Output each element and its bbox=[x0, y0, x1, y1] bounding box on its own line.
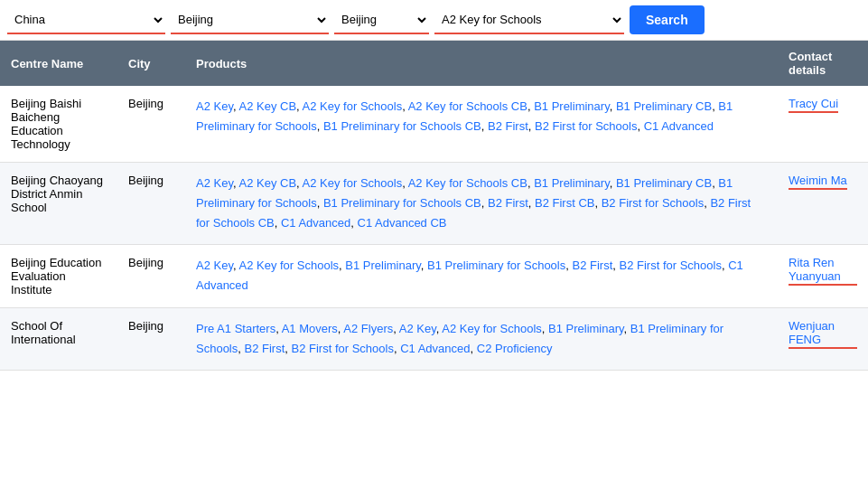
region-select[interactable]: Beijing bbox=[171, 6, 329, 34]
table-row: Beijing Baishi Baicheng Education Techno… bbox=[0, 86, 868, 163]
product-link[interactable]: A2 Key bbox=[196, 176, 233, 190]
table-row: School Of InternationalBeijingPre A1 Sta… bbox=[0, 308, 868, 371]
product-link[interactable]: B1 Preliminary for Schools bbox=[427, 259, 565, 272]
header-products: Products bbox=[185, 41, 778, 86]
product-link[interactable]: C1 Advanced bbox=[644, 119, 714, 133]
product-link[interactable]: B1 Preliminary bbox=[548, 322, 624, 335]
product-link[interactable]: B2 First bbox=[488, 119, 528, 133]
cell-city: Beijing bbox=[117, 86, 185, 163]
product-link[interactable]: B1 Preliminary CB bbox=[616, 99, 712, 113]
table-header-row: Centre Name City Products Contact detail… bbox=[0, 41, 868, 86]
contact-link[interactable]: Tracy Cui bbox=[789, 97, 838, 113]
cell-centre-name: Beijing Baishi Baicheng Education Techno… bbox=[0, 86, 117, 163]
product-link[interactable]: A2 Key for Schools bbox=[303, 176, 403, 190]
cell-city: Beijing bbox=[117, 245, 185, 308]
product-link[interactable]: B1 Preliminary bbox=[534, 176, 610, 190]
product-link[interactable]: A2 Key for Schools bbox=[442, 322, 542, 335]
table-row: Beijing Education Evaluation InstituteBe… bbox=[0, 245, 868, 308]
contact-link[interactable]: Rita Ren Yuanyuan bbox=[789, 256, 857, 286]
header-centre-name: Centre Name bbox=[0, 41, 117, 86]
table-row: Beijing Chaoyang District Anmin SchoolBe… bbox=[0, 163, 868, 245]
product-link[interactable]: A2 Key bbox=[196, 259, 233, 272]
product-link[interactable]: A2 Key for Schools bbox=[238, 259, 339, 272]
cell-contact: Rita Ren Yuanyuan bbox=[778, 245, 868, 308]
product-link[interactable]: B1 Preliminary bbox=[534, 99, 610, 113]
product-link[interactable]: B2 First bbox=[244, 342, 285, 355]
header-city: City bbox=[117, 41, 185, 86]
product-link[interactable]: B2 First for Schools bbox=[535, 119, 637, 133]
cell-contact: Tracy Cui bbox=[778, 86, 868, 163]
header-contact-details: Contact details bbox=[778, 41, 868, 86]
contact-link[interactable]: Weimin Ma bbox=[789, 174, 847, 190]
product-link[interactable]: B2 First for Schools bbox=[292, 342, 394, 355]
cell-products: A2 Key, A2 Key CB, A2 Key for Schools, A… bbox=[185, 163, 778, 245]
product-link[interactable]: B2 First bbox=[488, 196, 528, 210]
product-link[interactable]: B1 Preliminary bbox=[345, 259, 421, 272]
product-link[interactable]: C2 Proficiency bbox=[477, 342, 553, 355]
product-link[interactable]: A2 Key bbox=[399, 322, 436, 335]
product-link[interactable]: A2 Key for Schools CB bbox=[408, 99, 527, 113]
product-link[interactable]: Pre A1 Starters bbox=[196, 322, 275, 335]
product-link[interactable]: C1 Advanced CB bbox=[358, 216, 447, 230]
search-button[interactable]: Search bbox=[630, 5, 705, 34]
cell-city: Beijing bbox=[117, 163, 185, 245]
cell-contact: Wenjuan FENG bbox=[778, 308, 868, 371]
cell-contact: Weimin Ma bbox=[778, 163, 868, 245]
cell-city: Beijing bbox=[117, 308, 185, 371]
product-select[interactable]: A2 Key for Schools bbox=[434, 6, 624, 34]
product-link[interactable]: B1 Preliminary for Schools CB bbox=[323, 196, 481, 210]
country-select[interactable]: China bbox=[7, 6, 165, 34]
cell-products: A2 Key, A2 Key CB, A2 Key for Schools, A… bbox=[185, 86, 778, 163]
product-link[interactable]: A2 Key CB bbox=[238, 99, 296, 113]
cell-centre-name: School Of International bbox=[0, 308, 117, 371]
product-link[interactable]: A2 Key CB bbox=[238, 176, 296, 190]
search-bar: China Beijing Beijing A2 Key for Schools… bbox=[0, 0, 868, 41]
results-table: Centre Name City Products Contact detail… bbox=[0, 41, 868, 371]
product-link[interactable]: B2 First for Schools bbox=[602, 196, 704, 210]
product-link[interactable]: B2 First bbox=[572, 259, 612, 272]
product-link[interactable]: A2 Key for Schools bbox=[303, 99, 403, 113]
city-select[interactable]: Beijing bbox=[334, 6, 429, 34]
product-link[interactable]: B2 First for Schools bbox=[620, 259, 722, 272]
contact-link[interactable]: Wenjuan FENG bbox=[789, 319, 857, 349]
cell-products: Pre A1 Starters, A1 Movers, A2 Flyers, A… bbox=[185, 308, 778, 371]
product-link[interactable]: A1 Movers bbox=[282, 322, 338, 335]
product-link[interactable]: C1 Advanced bbox=[400, 342, 470, 355]
product-link[interactable]: B2 First CB bbox=[535, 196, 594, 210]
product-link[interactable]: A2 Key for Schools CB bbox=[408, 176, 527, 190]
cell-centre-name: Beijing Chaoyang District Anmin School bbox=[0, 163, 117, 245]
product-link[interactable]: A2 Flyers bbox=[343, 322, 393, 335]
product-link[interactable]: B1 Preliminary CB bbox=[616, 176, 712, 190]
product-link[interactable]: C1 Advanced bbox=[281, 216, 350, 230]
cell-centre-name: Beijing Education Evaluation Institute bbox=[0, 245, 117, 308]
cell-products: A2 Key, A2 Key for Schools, B1 Prelimina… bbox=[185, 245, 778, 308]
product-link[interactable]: A2 Key bbox=[196, 99, 233, 113]
product-link[interactable]: B1 Preliminary for Schools CB bbox=[323, 119, 481, 133]
